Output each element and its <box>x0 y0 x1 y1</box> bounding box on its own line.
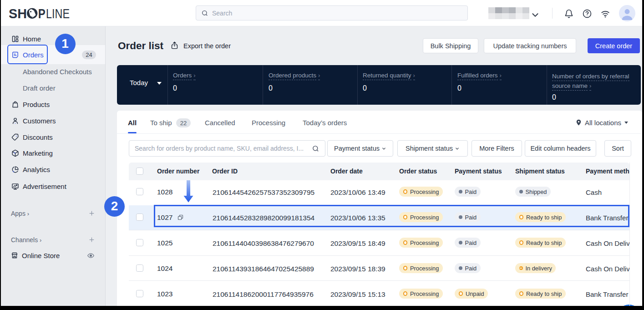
svg-text:SH: SH <box>9 8 27 20</box>
svg-text:LINE: LINE <box>46 8 70 20</box>
svg-text:P: P <box>38 8 46 20</box>
